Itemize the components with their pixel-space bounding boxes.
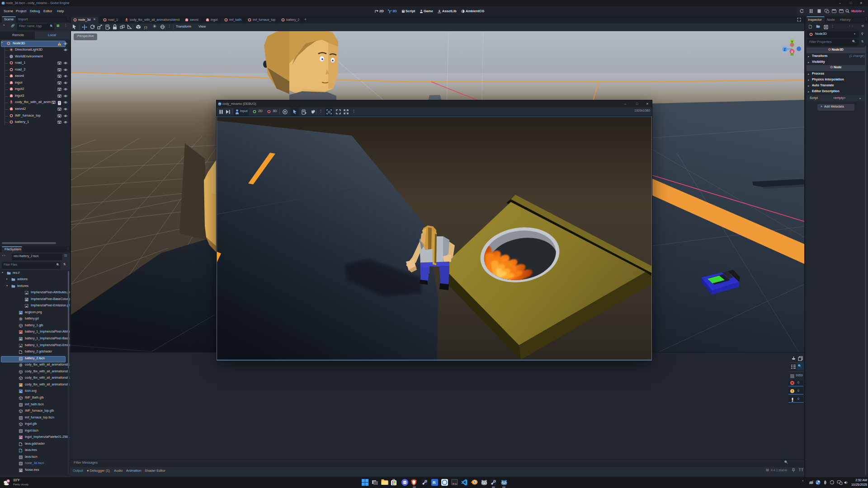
svg-text:X: X: [791, 50, 793, 53]
svg-text:Z: Z: [784, 48, 786, 51]
svg-text:S: S: [7, 479, 9, 482]
svg-text:R: R: [433, 480, 436, 485]
svg-text:ᴉ:ᴉ: ᴉ:ᴉ: [144, 25, 147, 29]
